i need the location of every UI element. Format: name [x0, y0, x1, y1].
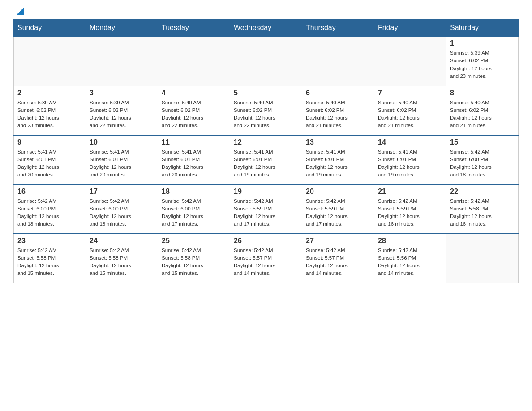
day-info: Sunrise: 5:40 AM Sunset: 6:02 PM Dayligh…	[450, 99, 515, 130]
calendar-week-5: 23Sunrise: 5:42 AM Sunset: 5:58 PM Dayli…	[14, 234, 519, 283]
day-number: 2	[17, 89, 82, 97]
day-number: 5	[234, 89, 298, 97]
day-number: 26	[234, 237, 298, 245]
weekday-header-sunday: Sunday	[14, 19, 86, 37]
calendar-cell: 10Sunrise: 5:41 AM Sunset: 6:01 PM Dayli…	[86, 135, 158, 184]
day-number: 27	[306, 237, 370, 245]
weekday-header-tuesday: Tuesday	[158, 19, 230, 37]
calendar-cell: 11Sunrise: 5:41 AM Sunset: 6:01 PM Dayli…	[158, 135, 230, 184]
day-number: 9	[17, 138, 82, 146]
calendar-cell: 2Sunrise: 5:39 AM Sunset: 6:02 PM Daylig…	[14, 86, 86, 135]
weekday-header-wednesday: Wednesday	[230, 19, 302, 37]
day-number: 13	[306, 138, 370, 146]
calendar-cell	[14, 37, 86, 86]
calendar-week-2: 2Sunrise: 5:39 AM Sunset: 6:02 PM Daylig…	[14, 86, 519, 135]
day-info: Sunrise: 5:42 AM Sunset: 5:58 PM Dayligh…	[162, 247, 226, 278]
day-number: 15	[450, 138, 515, 146]
calendar-cell: 13Sunrise: 5:41 AM Sunset: 6:01 PM Dayli…	[302, 135, 374, 184]
day-info: Sunrise: 5:41 AM Sunset: 6:01 PM Dayligh…	[306, 148, 370, 179]
day-number: 12	[234, 138, 298, 146]
calendar-week-4: 16Sunrise: 5:42 AM Sunset: 6:00 PM Dayli…	[14, 184, 519, 234]
day-info: Sunrise: 5:42 AM Sunset: 5:59 PM Dayligh…	[306, 197, 370, 228]
day-number: 25	[162, 237, 226, 245]
day-info: Sunrise: 5:40 AM Sunset: 6:02 PM Dayligh…	[234, 99, 298, 130]
day-info: Sunrise: 5:41 AM Sunset: 6:01 PM Dayligh…	[378, 148, 442, 179]
day-number: 23	[17, 237, 82, 245]
weekday-header-row: SundayMondayTuesdayWednesdayThursdayFrid…	[14, 19, 519, 37]
day-number: 8	[450, 89, 515, 97]
calendar-cell	[230, 37, 302, 86]
day-info: Sunrise: 5:41 AM Sunset: 6:01 PM Dayligh…	[17, 148, 82, 179]
calendar-cell: 9Sunrise: 5:41 AM Sunset: 6:01 PM Daylig…	[14, 135, 86, 184]
calendar-week-3: 9Sunrise: 5:41 AM Sunset: 6:01 PM Daylig…	[14, 135, 519, 184]
day-info: Sunrise: 5:42 AM Sunset: 5:58 PM Dayligh…	[450, 197, 515, 228]
calendar-cell: 6Sunrise: 5:40 AM Sunset: 6:02 PM Daylig…	[302, 86, 374, 135]
calendar-cell: 18Sunrise: 5:42 AM Sunset: 6:00 PM Dayli…	[158, 184, 230, 234]
day-info: Sunrise: 5:40 AM Sunset: 6:02 PM Dayligh…	[162, 99, 226, 130]
calendar-cell	[302, 37, 374, 86]
svg-marker-0	[16, 7, 24, 15]
calendar-cell: 28Sunrise: 5:42 AM Sunset: 5:56 PM Dayli…	[374, 234, 446, 283]
day-info: Sunrise: 5:41 AM Sunset: 6:01 PM Dayligh…	[234, 148, 298, 179]
day-number: 3	[90, 89, 154, 97]
day-number: 18	[162, 188, 226, 196]
weekday-header-monday: Monday	[86, 19, 158, 37]
day-info: Sunrise: 5:42 AM Sunset: 5:57 PM Dayligh…	[306, 247, 370, 278]
day-info: Sunrise: 5:42 AM Sunset: 5:59 PM Dayligh…	[234, 197, 298, 228]
calendar-week-1: 1Sunrise: 5:39 AM Sunset: 6:02 PM Daylig…	[14, 37, 519, 86]
day-number: 7	[378, 89, 442, 97]
day-number: 10	[90, 138, 154, 146]
day-number: 20	[306, 188, 370, 196]
weekday-header-friday: Friday	[374, 19, 446, 37]
weekday-header-saturday: Saturday	[446, 19, 519, 37]
calendar-cell: 16Sunrise: 5:42 AM Sunset: 6:00 PM Dayli…	[14, 184, 86, 234]
calendar-cell: 17Sunrise: 5:42 AM Sunset: 6:00 PM Dayli…	[86, 184, 158, 234]
day-number: 21	[378, 188, 442, 196]
day-info: Sunrise: 5:39 AM Sunset: 6:02 PM Dayligh…	[450, 49, 515, 80]
calendar-cell: 20Sunrise: 5:42 AM Sunset: 5:59 PM Dayli…	[302, 184, 374, 234]
calendar-cell: 15Sunrise: 5:42 AM Sunset: 6:00 PM Dayli…	[446, 135, 519, 184]
day-number: 24	[90, 237, 154, 245]
day-info: Sunrise: 5:42 AM Sunset: 5:56 PM Dayligh…	[378, 247, 442, 278]
day-number: 6	[306, 89, 370, 97]
day-info: Sunrise: 5:42 AM Sunset: 5:58 PM Dayligh…	[17, 247, 82, 278]
calendar-cell: 23Sunrise: 5:42 AM Sunset: 5:58 PM Dayli…	[14, 234, 86, 283]
day-number: 11	[162, 138, 226, 146]
calendar-cell: 21Sunrise: 5:42 AM Sunset: 5:59 PM Dayli…	[374, 184, 446, 234]
calendar-table: SundayMondayTuesdayWednesdayThursdayFrid…	[13, 19, 519, 283]
logo	[13, 9, 24, 14]
day-info: Sunrise: 5:40 AM Sunset: 6:02 PM Dayligh…	[378, 99, 442, 130]
day-number: 16	[17, 188, 82, 196]
day-number: 4	[162, 89, 226, 97]
day-info: Sunrise: 5:39 AM Sunset: 6:02 PM Dayligh…	[17, 99, 82, 130]
calendar-cell: 22Sunrise: 5:42 AM Sunset: 5:58 PM Dayli…	[446, 184, 519, 234]
day-number: 22	[450, 188, 515, 196]
day-info: Sunrise: 5:42 AM Sunset: 6:00 PM Dayligh…	[17, 197, 82, 228]
calendar-cell: 19Sunrise: 5:42 AM Sunset: 5:59 PM Dayli…	[230, 184, 302, 234]
calendar-cell	[86, 37, 158, 86]
day-info: Sunrise: 5:42 AM Sunset: 6:00 PM Dayligh…	[450, 148, 515, 179]
calendar-cell: 5Sunrise: 5:40 AM Sunset: 6:02 PM Daylig…	[230, 86, 302, 135]
day-info: Sunrise: 5:42 AM Sunset: 5:59 PM Dayligh…	[378, 197, 442, 228]
day-number: 19	[234, 188, 298, 196]
calendar-cell: 12Sunrise: 5:41 AM Sunset: 6:01 PM Dayli…	[230, 135, 302, 184]
calendar-cell: 7Sunrise: 5:40 AM Sunset: 6:02 PM Daylig…	[374, 86, 446, 135]
calendar-cell: 27Sunrise: 5:42 AM Sunset: 5:57 PM Dayli…	[302, 234, 374, 283]
day-number: 17	[90, 188, 154, 196]
calendar-cell: 3Sunrise: 5:39 AM Sunset: 6:02 PM Daylig…	[86, 86, 158, 135]
calendar-cell: 24Sunrise: 5:42 AM Sunset: 5:58 PM Dayli…	[86, 234, 158, 283]
day-number: 14	[378, 138, 442, 146]
calendar-cell: 26Sunrise: 5:42 AM Sunset: 5:57 PM Dayli…	[230, 234, 302, 283]
calendar-cell: 8Sunrise: 5:40 AM Sunset: 6:02 PM Daylig…	[446, 86, 519, 135]
logo-icon	[14, 7, 24, 17]
page-header	[13, 9, 519, 14]
day-info: Sunrise: 5:39 AM Sunset: 6:02 PM Dayligh…	[90, 99, 154, 130]
day-info: Sunrise: 5:41 AM Sunset: 6:01 PM Dayligh…	[162, 148, 226, 179]
day-info: Sunrise: 5:42 AM Sunset: 5:58 PM Dayligh…	[90, 247, 154, 278]
calendar-cell: 4Sunrise: 5:40 AM Sunset: 6:02 PM Daylig…	[158, 86, 230, 135]
calendar-cell	[158, 37, 230, 86]
weekday-header-thursday: Thursday	[302, 19, 374, 37]
day-info: Sunrise: 5:42 AM Sunset: 6:00 PM Dayligh…	[90, 197, 154, 228]
calendar-cell	[446, 234, 519, 283]
day-number: 28	[378, 237, 442, 245]
